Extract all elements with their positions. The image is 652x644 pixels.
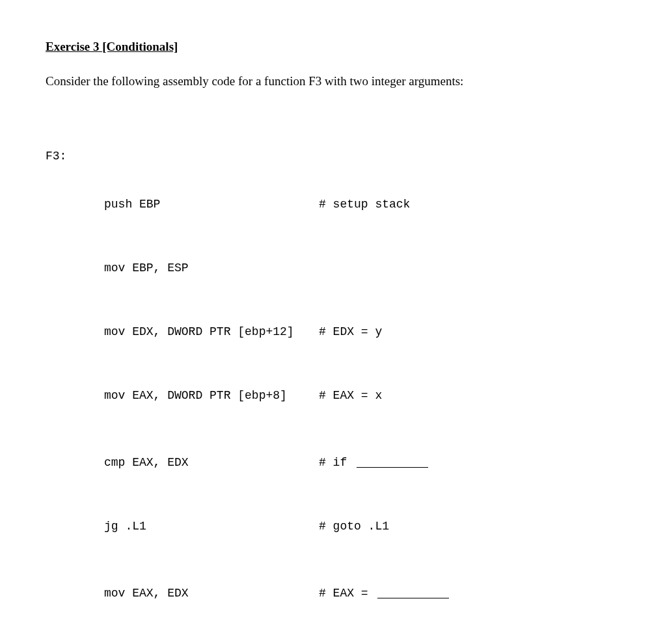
asm-row: mov EAX, DWORD PTR [ebp+8] # EAX = x [46,390,606,401]
asm-label: F3: [46,150,104,162]
asm-comment-prefix: # EAX = [319,587,375,599]
asm-row: mov EBP, ESP [46,262,606,274]
exercise-heading: Exercise 3 [Conditionals] [46,39,606,55]
asm-row: cmp EAX, EDX # if [46,453,606,468]
fill-in-blank[interactable] [377,586,449,598]
asm-instr: jg .L1 [104,520,319,532]
asm-row: push EBP # setup stack [46,198,606,210]
asm-row: mov EAX, EDX # EAX = [46,584,606,599]
asm-instr: mov EDX, DWORD PTR [ebp+12] [104,326,319,338]
asm-instr: push EBP [104,198,319,210]
assembly-code-block: F3: push EBP # setup stack mov EBP, ESP … [46,115,606,644]
asm-instr: mov EAX, DWORD PTR [ebp+8] [104,390,319,401]
asm-row: F3: [46,150,606,162]
asm-comment: # if [319,453,606,468]
asm-comment: # EDX = y [319,326,606,338]
asm-instr: mov EAX, EDX [104,587,319,599]
asm-row: jg .L1 # goto .L1 [46,520,606,532]
fill-in-blank[interactable] [357,455,428,468]
asm-instr: mov EBP, ESP [104,262,319,274]
document-page: Exercise 3 [Conditionals] Consider the f… [0,0,652,644]
asm-row: mov EDX, DWORD PTR [ebp+12] # EDX = y [46,326,606,338]
asm-instr: cmp EAX, EDX [104,457,319,468]
asm-comment: # setup stack [319,198,606,210]
asm-comment: # goto .L1 [319,520,606,532]
intro-text: Consider the following assembly code for… [46,74,606,90]
asm-comment-prefix: # if [319,457,354,468]
asm-comment: # EAX = [319,584,606,599]
asm-comment: # EAX = x [319,390,606,401]
